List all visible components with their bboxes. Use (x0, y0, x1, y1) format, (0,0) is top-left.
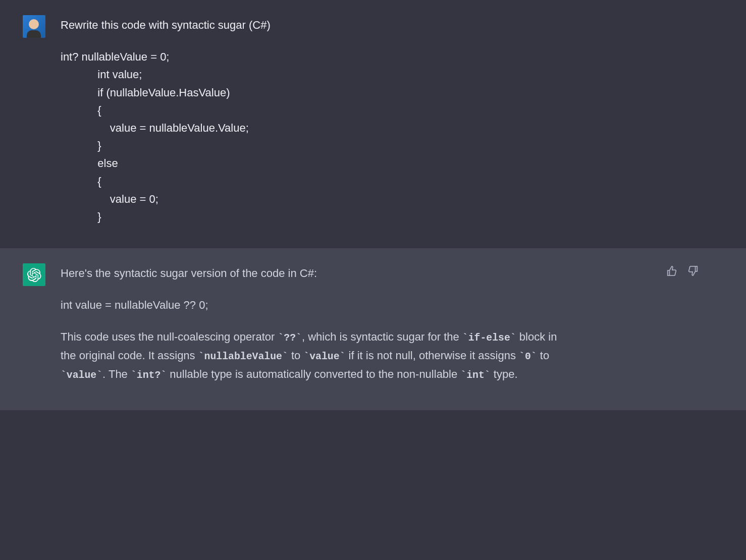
user-avatar (23, 15, 45, 38)
inline-code: `nullableValue` (198, 351, 288, 362)
assistant-explanation: This code uses the null-coalescing opera… (61, 328, 565, 383)
thumbs-down-icon (687, 265, 699, 276)
user-code-block: int? nullableValue = 0; int value; if (n… (61, 48, 565, 226)
assistant-content: Here's the syntactic sugar version of th… (61, 263, 565, 387)
feedback-buttons (664, 263, 701, 280)
inline-code: `0` (519, 351, 537, 362)
assistant-avatar (23, 263, 45, 286)
inline-code: `value` (61, 370, 102, 381)
assistant-message: Here's the syntactic sugar version of th… (0, 248, 746, 410)
inline-code: `??` (278, 332, 301, 344)
page-background (0, 410, 746, 511)
inline-code: `value` (303, 351, 345, 362)
thumbs-down-button[interactable] (685, 263, 701, 280)
openai-logo-icon (27, 268, 41, 282)
user-prompt-text: Rewrite this code with syntactic sugar (… (61, 16, 565, 34)
assistant-code: int value = nullableValue ?? 0; (61, 296, 565, 314)
user-message: Rewrite this code with syntactic sugar (… (0, 0, 746, 248)
thumbs-up-icon (666, 265, 677, 276)
inline-code: `int?` (131, 370, 167, 381)
inline-code: `if-else` (462, 332, 516, 344)
assistant-intro: Here's the syntactic sugar version of th… (61, 264, 565, 282)
thumbs-up-button[interactable] (664, 263, 679, 280)
inline-code: `int` (460, 370, 490, 381)
user-content: Rewrite this code with syntactic sugar (… (61, 15, 565, 226)
